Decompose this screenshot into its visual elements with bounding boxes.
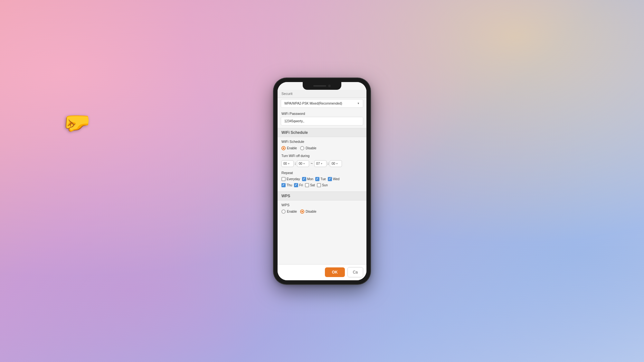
cancel-button[interactable]: Ca	[347, 267, 363, 277]
wifi-schedule-disable-radio-circle	[300, 146, 304, 150]
thu-checkbox	[281, 183, 286, 187]
day-sat[interactable]: Sat	[305, 183, 315, 187]
phone-notch	[303, 82, 341, 90]
sat-label: Sat	[310, 183, 315, 187]
phone-frame: Securit WPA/WPA2-PSK Mixed(Recommended) …	[274, 78, 370, 284]
wifi-schedule-enable-radio-circle	[281, 146, 286, 150]
wifi-schedule-disable-radio[interactable]: Disable	[300, 146, 316, 150]
wed-label: Wed	[333, 177, 339, 181]
fri-label: Fri	[299, 183, 303, 187]
sun-label: Sun	[322, 183, 328, 187]
fri-checkbox	[294, 183, 298, 187]
phone-screen: Securit WPA/WPA2-PSK Mixed(Recommended) …	[278, 82, 366, 280]
sun-checkbox	[317, 183, 321, 187]
wifi-password-input[interactable]: 12345qwerty.,	[281, 117, 363, 125]
wps-section-header: WPS	[278, 191, 366, 200]
day-wed[interactable]: Wed	[328, 177, 339, 181]
end-min-select[interactable]: 00 ▼	[330, 160, 342, 167]
end-hour-select[interactable]: 07 ▼	[314, 160, 327, 167]
start-min-select[interactable]: 00 ▼	[297, 160, 309, 167]
end-hour-arrow-icon: ▼	[320, 162, 323, 165]
day-fri[interactable]: Fri	[294, 183, 303, 187]
turn-wifi-off-label: Turn WiFi off during	[278, 153, 366, 159]
mon-checkbox	[302, 177, 306, 181]
repeat-label: Repeat	[278, 170, 366, 176]
wed-checkbox	[328, 177, 332, 181]
wps-enable-radio-circle	[281, 209, 286, 214]
thu-label: Thu	[287, 183, 292, 187]
day-mon[interactable]: Mon	[302, 177, 313, 181]
speaker	[313, 85, 326, 87]
dropdown-arrow-icon: ▼	[357, 102, 360, 105]
day-everyday[interactable]: Everyday	[281, 177, 300, 181]
end-hour-value: 07	[316, 162, 320, 165]
pointer-hand-icon: 🤜	[63, 109, 91, 136]
colon-sep-1: :	[295, 162, 296, 165]
time-range-row: 00 ▼ : 00 ▼ ~ 07 ▼ : 00 ▼	[278, 159, 366, 170]
tue-label: Tue	[320, 177, 326, 181]
bottom-action-bar: OK Ca	[278, 264, 366, 280]
wps-enable-radio[interactable]: Enable	[281, 209, 297, 214]
colon-sep-2: :	[327, 162, 329, 165]
day-tue[interactable]: Tue	[315, 177, 326, 181]
days-row-1: Everyday Mon Tue Wed	[278, 176, 366, 182]
camera	[328, 85, 331, 87]
tilde-sep: ~	[311, 162, 313, 165]
security-section-header: Securit	[278, 90, 366, 98]
end-min-arrow-icon: ▼	[336, 162, 338, 165]
days-row-2: Thu Fri Sat Sun	[278, 182, 366, 188]
start-hour-arrow-icon: ▼	[288, 162, 290, 165]
wps-enable-label: Enable	[287, 210, 297, 213]
start-hour-value: 00	[283, 162, 287, 165]
day-thu[interactable]: Thu	[281, 183, 292, 187]
ok-button[interactable]: OK	[325, 267, 345, 277]
security-header-text: Securit	[281, 92, 292, 96]
mon-label: Mon	[307, 177, 313, 181]
tue-checkbox	[315, 177, 319, 181]
wps-radio-group: Enable Disable	[278, 208, 366, 216]
everyday-label: Everyday	[287, 177, 300, 181]
phone-content: Securit WPA/WPA2-PSK Mixed(Recommended) …	[278, 82, 366, 264]
security-dropdown[interactable]: WPA/WPA2-PSK Mixed(Recommended) ▼	[281, 99, 363, 108]
start-min-arrow-icon: ▼	[303, 162, 305, 165]
wifi-password-label: WiFi Password	[278, 109, 366, 117]
start-hour-select[interactable]: 00 ▼	[281, 160, 294, 167]
wps-disable-radio[interactable]: Disable	[300, 209, 316, 214]
wifi-schedule-radio-group: Enable Disable	[278, 145, 366, 153]
start-min-value: 00	[299, 162, 302, 165]
wifi-schedule-section-header: WiFi Schedule	[278, 128, 366, 137]
wifi-schedule-enable-label: Enable	[287, 146, 297, 150]
day-sun[interactable]: Sun	[317, 183, 328, 187]
wps-subsection-label: WPS	[278, 200, 366, 208]
wifi-schedule-subsection-label: WiFi Schedule	[278, 137, 366, 145]
wps-disable-radio-circle	[300, 209, 304, 214]
security-value-text: WPA/WPA2-PSK Mixed(Recommended)	[284, 102, 342, 105]
everyday-checkbox	[281, 177, 286, 181]
sat-checkbox	[305, 183, 309, 187]
wifi-schedule-enable-radio[interactable]: Enable	[281, 146, 297, 150]
wps-disable-label: Disable	[306, 210, 316, 213]
wifi-schedule-disable-label: Disable	[306, 146, 316, 150]
end-min-value: 00	[332, 162, 335, 165]
